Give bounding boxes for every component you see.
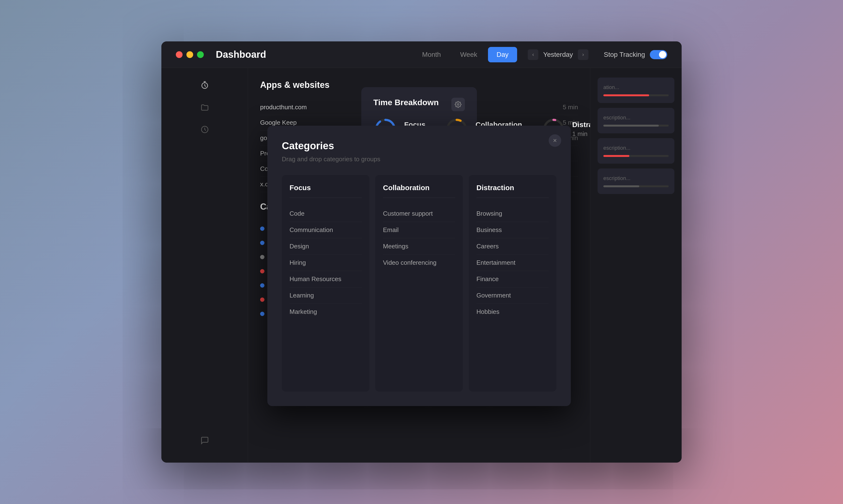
sidebar-icon-clock[interactable] <box>197 122 212 137</box>
col-category-item[interactable]: Communication <box>289 222 362 238</box>
col-category-item[interactable]: Browsing <box>476 205 549 222</box>
col-category-item[interactable]: Business <box>476 222 549 238</box>
right-panel-item: escription... <box>598 108 674 133</box>
minimize-button[interactable] <box>187 51 193 58</box>
tab-month[interactable]: Month <box>414 47 450 62</box>
main-content: Apps & websites producthunt.com 5 min Go… <box>161 68 682 463</box>
content-area: Apps & websites producthunt.com 5 min Go… <box>248 68 590 463</box>
period-tabs: Month Week Day <box>414 47 517 62</box>
modal-title: Categories <box>282 140 556 151</box>
tracking-toggle[interactable] <box>650 50 667 59</box>
sidebar-icon-timer[interactable] <box>197 77 212 93</box>
col-category-item[interactable]: Hobbies <box>476 304 549 320</box>
traffic-lights <box>176 51 204 58</box>
prev-date-button[interactable]: ‹ <box>528 49 538 60</box>
modal-column: FocusCodeCommunicationDesignHiringHuman … <box>282 175 369 392</box>
maximize-button[interactable] <box>197 51 204 58</box>
categories-modal: × Categories Drag and drop categories to… <box>267 126 571 406</box>
col-header: Distraction <box>476 184 549 198</box>
right-panel-item: escription... <box>598 168 674 194</box>
sidebar <box>161 68 248 463</box>
modal-column: DistractionBrowsingBusinessCareersEntert… <box>469 175 556 392</box>
col-header: Collaboration <box>383 184 455 198</box>
app-window: Dashboard Month Week Day ‹ Yesterday › S… <box>161 41 682 463</box>
modal-overlay: × Categories Drag and drop categories to… <box>248 68 590 463</box>
col-category-item[interactable]: Government <box>476 287 549 304</box>
modal-subtitle: Drag and drop categories to groups <box>282 156 556 163</box>
col-category-item[interactable]: Learning <box>289 287 362 304</box>
app-title: Dashboard <box>216 49 266 60</box>
modal-columns: FocusCodeCommunicationDesignHiringHuman … <box>282 175 556 392</box>
right-panel-item: escription... <box>598 138 674 164</box>
col-header: Focus <box>289 184 362 198</box>
stop-tracking-label: Stop Tracking <box>604 51 645 58</box>
col-category-item[interactable]: Code <box>289 205 362 222</box>
col-category-item[interactable]: Entertainment <box>476 255 549 271</box>
titlebar: Dashboard Month Week Day ‹ Yesterday › S… <box>161 41 682 68</box>
col-category-item[interactable]: Meetings <box>383 238 455 255</box>
col-category-item[interactable]: Careers <box>476 238 549 255</box>
next-date-button[interactable]: › <box>578 49 589 60</box>
col-category-item[interactable]: Hiring <box>289 255 362 271</box>
col-category-item[interactable]: Finance <box>476 271 549 287</box>
right-panel: ation... escription... escription... esc… <box>590 68 682 463</box>
modal-close-button[interactable]: × <box>549 134 561 147</box>
close-button[interactable] <box>176 51 182 58</box>
sidebar-icon-folder[interactable] <box>197 100 212 115</box>
col-category-item[interactable]: Video conferencing <box>383 255 455 271</box>
sidebar-icon-chat[interactable] <box>197 433 212 448</box>
col-category-item[interactable]: Email <box>383 222 455 238</box>
tab-week[interactable]: Week <box>451 47 486 62</box>
col-category-item[interactable]: Marketing <box>289 304 362 320</box>
right-panel-item: ation... <box>598 77 674 103</box>
modal-column: CollaborationCustomer supportEmailMeetin… <box>375 175 463 392</box>
current-date: Yesterday <box>543 51 573 58</box>
col-category-item[interactable]: Human Resources <box>289 271 362 287</box>
tab-day[interactable]: Day <box>488 47 517 62</box>
col-category-item[interactable]: Design <box>289 238 362 255</box>
col-category-item[interactable]: Customer support <box>383 205 455 222</box>
